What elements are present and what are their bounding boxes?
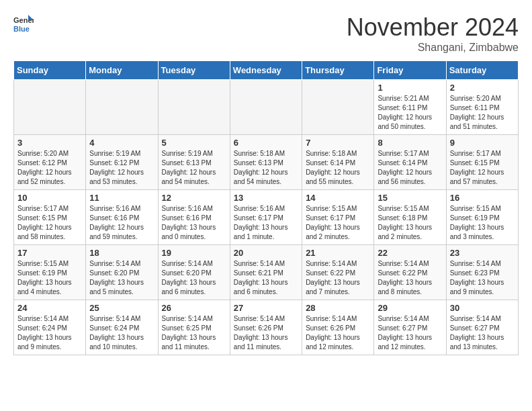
- calendar-cell: 18Sunrise: 5:14 AM Sunset: 6:20 PM Dayli…: [86, 245, 158, 300]
- day-info: Sunrise: 5:15 AM Sunset: 6:19 PM Dayligh…: [17, 259, 82, 297]
- day-number: 9: [450, 138, 515, 148]
- logo: General Blue: [13, 13, 34, 34]
- day-number: 4: [89, 138, 154, 148]
- day-info: Sunrise: 5:17 AM Sunset: 6:15 PM Dayligh…: [450, 149, 515, 187]
- day-number: 11: [89, 193, 154, 203]
- calendar-cell: 10Sunrise: 5:17 AM Sunset: 6:15 PM Dayli…: [14, 190, 86, 245]
- day-number: 27: [234, 303, 298, 313]
- calendar-cell: 17Sunrise: 5:15 AM Sunset: 6:19 PM Dayli…: [14, 245, 86, 300]
- day-info: Sunrise: 5:14 AM Sunset: 6:26 PM Dayligh…: [234, 314, 298, 352]
- title-block: November 2024 Shangani, Zimbabwe: [347, 13, 519, 54]
- day-number: 25: [89, 303, 154, 313]
- calendar-header-row: SundayMondayTuesdayWednesdayThursdayFrid…: [14, 61, 519, 80]
- svg-text:Blue: Blue: [13, 25, 30, 33]
- day-info: Sunrise: 5:14 AM Sunset: 6:24 PM Dayligh…: [89, 314, 154, 352]
- day-info: Sunrise: 5:14 AM Sunset: 6:20 PM Dayligh…: [89, 259, 154, 297]
- day-number: 21: [306, 248, 370, 258]
- day-number: 2: [450, 83, 515, 93]
- day-info: Sunrise: 5:14 AM Sunset: 6:21 PM Dayligh…: [234, 259, 298, 297]
- header-thursday: Thursday: [302, 61, 374, 80]
- day-info: Sunrise: 5:14 AM Sunset: 6:25 PM Dayligh…: [162, 314, 226, 352]
- header-tuesday: Tuesday: [158, 61, 230, 80]
- calendar-cell: 12Sunrise: 5:16 AM Sunset: 6:16 PM Dayli…: [158, 190, 230, 245]
- header-saturday: Saturday: [446, 61, 518, 80]
- calendar-cell: 19Sunrise: 5:14 AM Sunset: 6:20 PM Dayli…: [158, 245, 230, 300]
- calendar-cell: 8Sunrise: 5:17 AM Sunset: 6:14 PM Daylig…: [374, 135, 446, 190]
- day-info: Sunrise: 5:14 AM Sunset: 6:24 PM Dayligh…: [17, 314, 82, 352]
- calendar-cell: 26Sunrise: 5:14 AM Sunset: 6:25 PM Dayli…: [158, 300, 230, 355]
- day-number: 12: [162, 193, 226, 203]
- day-info: Sunrise: 5:20 AM Sunset: 6:11 PM Dayligh…: [450, 94, 515, 132]
- day-number: 28: [306, 303, 370, 313]
- day-info: Sunrise: 5:16 AM Sunset: 6:17 PM Dayligh…: [234, 204, 298, 242]
- day-info: Sunrise: 5:16 AM Sunset: 6:16 PM Dayligh…: [162, 204, 226, 242]
- day-info: Sunrise: 5:20 AM Sunset: 6:12 PM Dayligh…: [17, 149, 82, 187]
- month-title: November 2024: [347, 13, 519, 42]
- header-monday: Monday: [86, 61, 158, 80]
- calendar-cell: 9Sunrise: 5:17 AM Sunset: 6:15 PM Daylig…: [446, 135, 518, 190]
- day-number: 1: [378, 83, 442, 93]
- day-info: Sunrise: 5:14 AM Sunset: 6:23 PM Dayligh…: [450, 259, 515, 297]
- day-info: Sunrise: 5:16 AM Sunset: 6:16 PM Dayligh…: [89, 204, 154, 242]
- day-info: Sunrise: 5:17 AM Sunset: 6:15 PM Dayligh…: [17, 204, 82, 242]
- week-row-2: 3Sunrise: 5:20 AM Sunset: 6:12 PM Daylig…: [14, 135, 519, 190]
- day-number: 30: [450, 303, 515, 313]
- day-info: Sunrise: 5:14 AM Sunset: 6:22 PM Dayligh…: [378, 259, 442, 297]
- calendar-cell: 27Sunrise: 5:14 AM Sunset: 6:26 PM Dayli…: [230, 300, 302, 355]
- calendar-cell: 15Sunrise: 5:15 AM Sunset: 6:18 PM Dayli…: [374, 190, 446, 245]
- calendar-cell: 13Sunrise: 5:16 AM Sunset: 6:17 PM Dayli…: [230, 190, 302, 245]
- day-info: Sunrise: 5:14 AM Sunset: 6:22 PM Dayligh…: [306, 259, 370, 297]
- calendar-cell: [14, 80, 86, 135]
- day-info: Sunrise: 5:15 AM Sunset: 6:17 PM Dayligh…: [306, 204, 370, 242]
- calendar-cell: [86, 80, 158, 135]
- header-wednesday: Wednesday: [230, 61, 302, 80]
- header-friday: Friday: [374, 61, 446, 80]
- logo-icon: General Blue: [13, 13, 34, 34]
- day-number: 20: [234, 248, 298, 258]
- calendar-cell: [158, 80, 230, 135]
- calendar-cell: 24Sunrise: 5:14 AM Sunset: 6:24 PM Dayli…: [14, 300, 86, 355]
- day-number: 18: [89, 248, 154, 258]
- calendar-cell: 23Sunrise: 5:14 AM Sunset: 6:23 PM Dayli…: [446, 245, 518, 300]
- calendar-cell: 14Sunrise: 5:15 AM Sunset: 6:17 PM Dayli…: [302, 190, 374, 245]
- day-info: Sunrise: 5:18 AM Sunset: 6:13 PM Dayligh…: [234, 149, 298, 187]
- day-number: 19: [162, 248, 226, 258]
- day-number: 5: [162, 138, 226, 148]
- calendar-cell: [302, 80, 374, 135]
- calendar-cell: 22Sunrise: 5:14 AM Sunset: 6:22 PM Dayli…: [374, 245, 446, 300]
- day-number: 23: [450, 248, 515, 258]
- day-number: 24: [17, 303, 82, 313]
- calendar-cell: 1Sunrise: 5:21 AM Sunset: 6:11 PM Daylig…: [374, 80, 446, 135]
- header-sunday: Sunday: [14, 61, 86, 80]
- calendar-cell: 7Sunrise: 5:18 AM Sunset: 6:14 PM Daylig…: [302, 135, 374, 190]
- calendar-table: SundayMondayTuesdayWednesdayThursdayFrid…: [13, 60, 519, 355]
- day-info: Sunrise: 5:14 AM Sunset: 6:26 PM Dayligh…: [306, 314, 370, 352]
- day-number: 26: [162, 303, 226, 313]
- calendar-cell: [230, 80, 302, 135]
- day-info: Sunrise: 5:15 AM Sunset: 6:18 PM Dayligh…: [378, 204, 442, 242]
- day-info: Sunrise: 5:18 AM Sunset: 6:14 PM Dayligh…: [306, 149, 370, 187]
- day-info: Sunrise: 5:14 AM Sunset: 6:27 PM Dayligh…: [450, 314, 515, 352]
- calendar-cell: 21Sunrise: 5:14 AM Sunset: 6:22 PM Dayli…: [302, 245, 374, 300]
- day-number: 13: [234, 193, 298, 203]
- day-info: Sunrise: 5:19 AM Sunset: 6:12 PM Dayligh…: [89, 149, 154, 187]
- calendar-cell: 29Sunrise: 5:14 AM Sunset: 6:27 PM Dayli…: [374, 300, 446, 355]
- calendar-cell: 20Sunrise: 5:14 AM Sunset: 6:21 PM Dayli…: [230, 245, 302, 300]
- day-number: 22: [378, 248, 442, 258]
- calendar-cell: 16Sunrise: 5:15 AM Sunset: 6:19 PM Dayli…: [446, 190, 518, 245]
- calendar-cell: 5Sunrise: 5:19 AM Sunset: 6:13 PM Daylig…: [158, 135, 230, 190]
- calendar-cell: 25Sunrise: 5:14 AM Sunset: 6:24 PM Dayli…: [86, 300, 158, 355]
- day-number: 29: [378, 303, 442, 313]
- week-row-5: 24Sunrise: 5:14 AM Sunset: 6:24 PM Dayli…: [14, 300, 519, 355]
- day-number: 8: [378, 138, 442, 148]
- day-info: Sunrise: 5:19 AM Sunset: 6:13 PM Dayligh…: [162, 149, 226, 187]
- day-number: 14: [306, 193, 370, 203]
- day-number: 16: [450, 193, 515, 203]
- day-number: 10: [17, 193, 82, 203]
- day-number: 7: [306, 138, 370, 148]
- week-row-4: 17Sunrise: 5:15 AM Sunset: 6:19 PM Dayli…: [14, 245, 519, 300]
- location: Shangani, Zimbabwe: [347, 42, 519, 54]
- calendar-cell: 6Sunrise: 5:18 AM Sunset: 6:13 PM Daylig…: [230, 135, 302, 190]
- calendar-cell: 4Sunrise: 5:19 AM Sunset: 6:12 PM Daylig…: [86, 135, 158, 190]
- calendar-cell: 2Sunrise: 5:20 AM Sunset: 6:11 PM Daylig…: [446, 80, 518, 135]
